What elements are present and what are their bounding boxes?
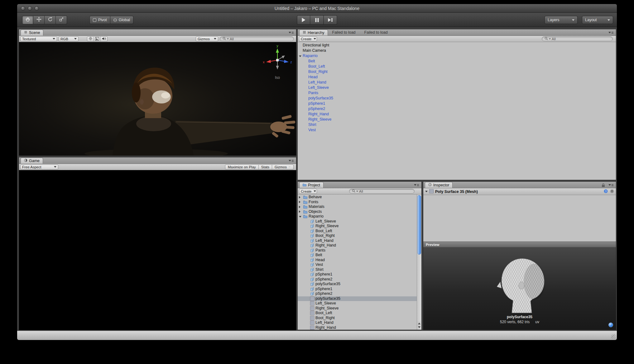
- disclosure-triangle[interactable]: [299, 216, 301, 218]
- audio-toggle[interactable]: [101, 36, 108, 41]
- hierarchy-item-Right_Hand[interactable]: Right_Hand: [298, 112, 616, 117]
- project-item-Boot_Left[interactable]: Boot_Left: [298, 229, 417, 234]
- inspector-component-header[interactable]: Poly Surface 35 (Mesh) ?: [423, 188, 616, 195]
- project-panel-menu[interactable]: [414, 183, 420, 187]
- scene-panel-menu[interactable]: [288, 31, 295, 35]
- project-item-pSphere1[interactable]: pSphere1: [298, 287, 417, 292]
- hierarchy-item-Vest[interactable]: Vest: [298, 127, 616, 133]
- search-filter-arrow-icon[interactable]: [227, 38, 229, 40]
- move-tool-button[interactable]: [33, 16, 45, 24]
- project-item-Raparrio[interactable]: Raparrio: [298, 214, 417, 219]
- maximize-on-play-button[interactable]: Maximize on Play: [225, 165, 259, 170]
- disclosure-triangle[interactable]: [299, 55, 301, 57]
- rotate-tool-button[interactable]: [45, 16, 56, 24]
- hierarchy-item-Raparrio[interactable]: Raparrio: [298, 53, 616, 59]
- project-scrollbar[interactable]: [417, 194, 421, 330]
- disclosure-triangle[interactable]: [299, 201, 300, 203]
- search-filter-arrow-icon[interactable]: [549, 38, 551, 40]
- project-item-Left_Hand[interactable]: Left_Hand: [298, 238, 417, 243]
- scene-search-input[interactable]: All: [220, 36, 294, 41]
- resize-grip[interactable]: [611, 334, 616, 339]
- close-button[interactable]: [21, 6, 25, 11]
- hierarchy-item-Left_Sleeve[interactable]: Left_Sleeve: [298, 85, 616, 90]
- hierarchy-item-Pants[interactable]: Pants: [298, 90, 616, 96]
- project-item-Left_Sleeve[interactable]: Left_Sleeve: [298, 301, 417, 306]
- scrollbar-thumb[interactable]: [417, 195, 421, 255]
- game-panel-menu[interactable]: [288, 159, 295, 163]
- project-item-Belt[interactable]: Belt: [298, 253, 417, 258]
- project-item-polySurface35[interactable]: polySurface35: [298, 296, 417, 301]
- render-channel-dropdown[interactable]: RGB: [59, 36, 79, 41]
- project-item-Vest[interactable]: Vest: [298, 262, 417, 267]
- hierarchy-item-pSphere2[interactable]: pSphere2: [298, 106, 616, 112]
- tab-hierarchy[interactable]: Hierarchy: [299, 30, 328, 36]
- tab-failed-1[interactable]: Failed to load: [328, 30, 360, 35]
- hierarchy-item-Head[interactable]: Head: [298, 74, 616, 80]
- hierarchy-create-dropdown[interactable]: Create: [299, 36, 317, 41]
- project-item-Fonts[interactable]: Fonts: [298, 200, 417, 205]
- project-item-Right_Hand[interactable]: Right_Hand: [298, 325, 417, 330]
- aspect-dropdown[interactable]: Free Aspect: [20, 165, 58, 170]
- hierarchy-item-Shirt[interactable]: Shirt: [298, 122, 616, 127]
- disclosure-triangle[interactable]: [299, 210, 300, 213]
- tab-scene[interactable]: Scene: [21, 30, 43, 36]
- hierarchy-item-Boot_Left[interactable]: Boot_Left: [298, 64, 616, 69]
- scroll-down-icon[interactable]: [418, 326, 420, 328]
- scene-viewport[interactable]: y x z Iso: [19, 42, 296, 156]
- tab-inspector[interactable]: Inspector: [425, 182, 453, 188]
- project-item-Right_Sleeve[interactable]: Right_Sleeve: [298, 306, 417, 311]
- hierarchy-search-input[interactable]: All: [542, 36, 613, 41]
- hierarchy-item-Boot_Right[interactable]: Boot_Right: [298, 69, 616, 74]
- play-button[interactable]: [297, 15, 310, 25]
- pause-button[interactable]: [310, 15, 324, 25]
- project-item-Left_Hand[interactable]: Left_Hand: [298, 320, 417, 325]
- scene-axis-gizmo[interactable]: y x z Iso: [261, 44, 294, 82]
- hand-tool-button[interactable]: [22, 16, 33, 24]
- hierarchy-item-Left_Hand[interactable]: Left_Hand: [298, 80, 616, 85]
- project-item-Head[interactable]: Head: [298, 258, 417, 263]
- step-button[interactable]: [324, 15, 337, 25]
- preview-orb-button[interactable]: [608, 323, 613, 327]
- titlebar[interactable]: Untitled – Jakaro – PC and Mac Standalon…: [17, 4, 617, 13]
- layers-dropdown[interactable]: Layers: [545, 16, 578, 24]
- minimize-button[interactable]: [28, 6, 32, 11]
- project-item-Pants[interactable]: Pants: [298, 248, 417, 253]
- global-button[interactable]: Global: [110, 16, 133, 24]
- project-item-Right_Sleeve[interactable]: Right_Sleeve: [298, 224, 417, 229]
- project-item-polySurface35[interactable]: polySurface35: [298, 282, 417, 287]
- mesh-preview[interactable]: polySurface35 520 verts, 662 trisuv: [423, 247, 616, 330]
- disclosure-triangle[interactable]: [299, 206, 300, 208]
- search-filter-arrow-icon[interactable]: [356, 191, 358, 192]
- project-item-Behave[interactable]: Behave: [298, 195, 417, 200]
- lighting-toggle[interactable]: [87, 36, 94, 41]
- shading-mode-dropdown[interactable]: Textured: [20, 36, 57, 41]
- project-item-Left_Sleeve[interactable]: Left_Sleeve: [298, 219, 417, 224]
- hierarchy-item-Main Camera[interactable]: Main Camera: [298, 48, 616, 53]
- project-create-dropdown[interactable]: Create: [299, 189, 317, 194]
- disclosure-triangle[interactable]: [425, 191, 428, 192]
- hierarchy-item-Belt[interactable]: Belt: [298, 59, 616, 64]
- project-item-pSphere2[interactable]: pSphere2: [298, 291, 417, 296]
- project-search-input[interactable]: All: [349, 189, 415, 194]
- project-item-Right_Hand[interactable]: Right_Hand: [298, 243, 417, 248]
- project-item-pSphere1[interactable]: pSphere1: [298, 272, 417, 277]
- hierarchy-panel-menu[interactable]: [608, 31, 614, 35]
- game-gizmos-dropdown[interactable]: Gizmos: [272, 165, 294, 170]
- inspector-panel-menu[interactable]: [608, 183, 614, 187]
- disclosure-triangle[interactable]: [299, 196, 300, 199]
- project-item-Materials[interactable]: Materials: [298, 204, 417, 209]
- scale-tool-button[interactable]: [56, 16, 67, 24]
- tab-failed-2[interactable]: Failed to load: [360, 30, 392, 35]
- stats-button[interactable]: Stats: [259, 165, 272, 170]
- gear-icon[interactable]: [610, 189, 614, 194]
- project-item-Boot_Right[interactable]: Boot_Right: [298, 316, 417, 321]
- project-item-pSphere2[interactable]: pSphere2: [298, 277, 417, 282]
- project-item-Shirt[interactable]: Shirt: [298, 267, 417, 272]
- pivot-button[interactable]: Pivot: [89, 16, 110, 24]
- skybox-fx-toggle[interactable]: [94, 36, 101, 41]
- hierarchy-item-Right_Sleeve[interactable]: Right_Sleeve: [298, 117, 616, 122]
- project-item-Boot_Right[interactable]: Boot_Right: [298, 233, 417, 238]
- tab-project[interactable]: Project: [299, 182, 324, 188]
- project-item-Objects[interactable]: Objects: [298, 209, 417, 214]
- help-icon[interactable]: ?: [604, 189, 608, 194]
